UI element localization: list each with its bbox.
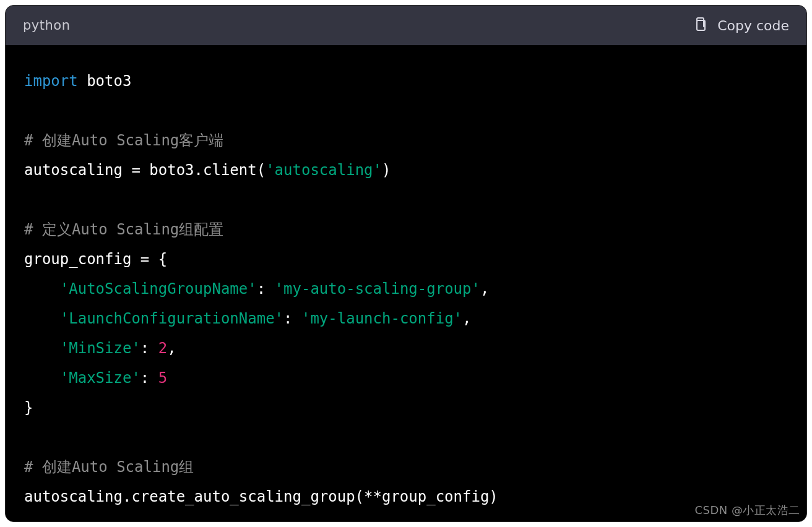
code-token: , (462, 310, 471, 327)
code-comment: # 创建Auto Scaling组 (24, 458, 194, 476)
code-token-keyword: import (24, 72, 78, 90)
code-token: ) (382, 161, 391, 179)
code-token-string: 'autoscaling' (266, 161, 382, 179)
code-card: python Copy code import boto3 # 创建Auto S… (5, 5, 807, 522)
code-token: : (283, 310, 301, 327)
code-token: boto3 (78, 72, 132, 90)
code-token-string: 'LaunchConfigurationName' (60, 310, 283, 327)
code-comment: # 定义Auto Scaling组配置 (24, 221, 223, 238)
code-token: group_config = { (24, 251, 167, 268)
code-token: , (480, 280, 489, 298)
code-token: : (140, 340, 158, 357)
code-token-string: 'my-launch-config' (301, 310, 462, 327)
code-token: } (24, 399, 33, 416)
copy-code-button[interactable]: Copy code (693, 16, 789, 35)
language-label: python (23, 18, 70, 33)
code-token: : (257, 280, 275, 298)
code-token-string: 'AutoScalingGroupName' (60, 280, 257, 298)
code-token-string: 'my-auto-scaling-group' (275, 280, 480, 298)
copy-code-label: Copy code (717, 18, 789, 33)
code-token: autoscaling.create_auto_scaling_group(**… (24, 488, 498, 505)
clipboard-icon (693, 16, 707, 35)
watermark-label: CSDN @小正太浩二 (694, 503, 800, 518)
code-indent (24, 310, 60, 327)
code-header: python Copy code (6, 6, 806, 45)
code-token-string: 'MinSize' (60, 340, 140, 357)
code-indent (24, 340, 60, 357)
code-token: autoscaling = boto3.client( (24, 161, 266, 179)
code-token: : (140, 369, 158, 387)
code-indent (24, 369, 60, 387)
code-token-string: 'MaxSize' (60, 369, 140, 387)
code-block[interactable]: import boto3 # 创建Auto Scaling客户端 autosca… (6, 45, 806, 522)
code-token-number: 5 (158, 369, 167, 387)
code-token: , (167, 340, 176, 357)
code-comment: # 创建Auto Scaling客户端 (24, 132, 223, 149)
code-token-number: 2 (158, 340, 167, 357)
code-indent (24, 280, 60, 298)
